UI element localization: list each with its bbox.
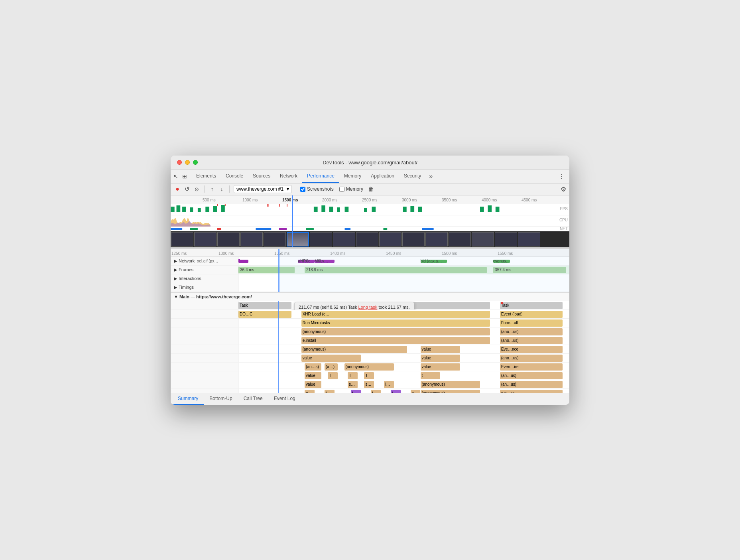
tab-kebab-button[interactable]: ⋮ [555,173,568,180]
i-block[interactable]: i… [384,381,394,388]
record-button[interactable]: ● [174,185,181,193]
einstall-block[interactable]: e.install [301,337,490,344]
url-select[interactable]: www.theverge.com #1 ▾ [234,185,292,193]
tab-security[interactable]: Security [399,170,426,183]
doc-block[interactable]: DO…C [238,311,291,318]
more-tabs-button[interactable]: » [426,173,436,180]
func-all-block[interactable]: Func…all [500,319,563,327]
screenshot-thumb-active[interactable] [287,232,309,246]
timings-row-label[interactable]: ▶ Timings [171,283,238,292]
s2-block[interactable]: s… [364,381,374,388]
screenshot-thumb[interactable] [449,232,471,246]
screenshot-thumb[interactable] [333,232,355,246]
screenshot-thumb[interactable] [495,232,517,246]
screenshot-thumb[interactable] [518,232,540,246]
anon-block-3[interactable]: (ano…us) [500,337,563,344]
event-load-block[interactable]: Event (load) [500,311,563,318]
anon-block-7[interactable]: (anonymous) [421,390,480,393]
e-block-2[interactable]: e [411,390,421,393]
screenshots-checkbox[interactable] [300,187,305,192]
task-block-1[interactable]: Task [238,302,291,309]
anon-block-1[interactable]: (anonymous) [301,328,490,335]
anous-block[interactable]: (ano…us) [500,355,563,362]
svg-rect-13 [314,207,318,212]
screenshot-thumb[interactable] [379,232,401,246]
upload-button[interactable]: ↑ [209,185,216,193]
screenshot-thumb[interactable] [240,232,263,246]
network-row-label[interactable]: ▶ Network xel.gif (px… [171,257,238,265]
anus-block-3[interactable]: (an…us) [500,381,563,388]
bottom-tab-eventlog[interactable]: Event Log [268,393,301,405]
screenshot-thumb[interactable] [472,232,494,246]
cursor-icon[interactable]: ↖ [172,173,179,180]
value-block-1[interactable]: value [421,346,461,353]
flame-row-8: value T T T t (an…us) [171,371,569,380]
t-block-6[interactable]: t [371,390,381,393]
ep-ss-block[interactable]: e.p…ss [500,390,563,393]
screenshot-thumb[interactable] [310,232,332,246]
screenshot-thumb[interactable] [217,232,240,246]
close-button[interactable] [177,160,182,165]
tab-performance[interactable]: Performance [302,170,339,183]
screenshot-thumb[interactable] [425,232,448,246]
flame-row-label-8 [171,371,238,380]
screenshot-thumb[interactable] [402,232,425,246]
anon-block-4[interactable]: (anonymous) [301,346,407,353]
anon-block-5[interactable]: (anonymous) [344,363,394,371]
e-block-1[interactable]: e [305,390,315,393]
tab-application[interactable]: Application [366,170,399,183]
memory-checkbox-label[interactable]: Memory [339,186,363,192]
bottom-tab-summary[interactable]: Summary [172,393,204,405]
screenshot-thumb[interactable] [356,232,378,246]
settings-button[interactable]: ⚙ [561,185,566,193]
maximize-button[interactable] [193,160,198,165]
minimize-button[interactable] [185,160,190,165]
clear-button[interactable]: ⊘ [193,185,200,193]
tab-console[interactable]: Console [221,170,248,183]
screenshot-thumb[interactable] [171,232,193,246]
reload-button[interactable]: ↺ [183,185,191,193]
value-block-3[interactable]: value [421,355,461,362]
t-block-2[interactable]: T [348,372,358,379]
t-purple-2[interactable]: t [391,390,401,393]
tab-memory[interactable]: Memory [339,170,366,183]
tab-elements[interactable]: Elements [191,170,221,183]
microtasks-block[interactable]: Run Microtasks [301,319,490,327]
a-block[interactable]: (a…) [325,363,338,371]
panels-icon[interactable]: ⊞ [181,173,188,180]
screenshots-checkbox-label[interactable]: Screenshots [300,186,334,192]
value-block-5[interactable]: value [305,372,321,379]
screenshot-thumb[interactable] [194,232,216,246]
anon-block-2[interactable]: (ano…us) [500,328,563,335]
t-purple-1[interactable]: t [351,390,361,393]
value-block-6[interactable]: value [305,381,321,388]
screenshot-thumb[interactable] [264,232,286,246]
trash-button[interactable]: 🗑 [368,186,374,192]
main-section-header: ▼ Main — https://www.theverge.com/ [171,292,569,301]
bottom-tab-bottomup[interactable]: Bottom-Up [204,393,238,405]
download-button[interactable]: ↓ [218,185,225,193]
xhr-load-block[interactable]: XHR Load (c… [301,311,490,318]
t-block-3[interactable]: T [364,372,374,379]
anus-block-2[interactable]: (an…us) [500,372,563,379]
value-block-2[interactable]: value [301,355,361,362]
even-ire-block[interactable]: Even…ire [500,363,563,371]
s1-block[interactable]: s… [348,381,358,388]
t-block-4[interactable]: t [421,372,441,379]
tab-sources[interactable]: Sources [248,170,275,183]
titlebar: DevTools - www.google.com/gmail/about/ [171,156,569,170]
anon-block-6[interactable]: (anonymous) [421,381,480,388]
task-block-3[interactable]: Task [500,302,563,309]
tooltip-long-task[interactable]: Long task [358,305,378,310]
an-s-block[interactable]: (an…s) [305,363,321,371]
memory-checkbox[interactable] [339,187,344,192]
t-block-5[interactable]: t [325,390,335,393]
svg-rect-17 [345,207,349,212]
t-block-1[interactable]: T [328,372,338,379]
eve-nce-block[interactable]: Eve…nce [500,346,563,353]
interactions-row-label[interactable]: ▶ Interactions [171,274,238,283]
tab-network[interactable]: Network [275,170,302,183]
value-block-4[interactable]: value [421,363,461,371]
frames-row-label[interactable]: ▶ Frames [171,266,238,274]
bottom-tab-calltree[interactable]: Call Tree [238,393,268,405]
